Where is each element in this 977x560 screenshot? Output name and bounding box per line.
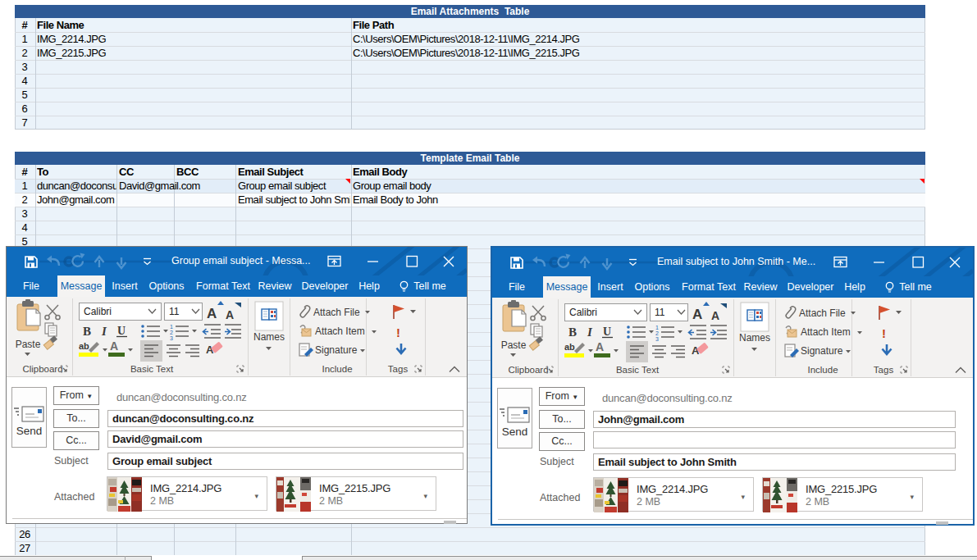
svg-text:3: 3	[655, 336, 659, 342]
svg-text:I: I	[587, 326, 593, 339]
svg-text:!: !	[396, 326, 400, 339]
svg-text:A: A	[711, 309, 719, 322]
svg-text:2: 2	[170, 330, 173, 335]
svg-text:U: U	[603, 326, 611, 338]
svg-text:A: A	[207, 306, 217, 321]
svg-text:A: A	[596, 340, 604, 353]
svg-text:1: 1	[655, 325, 659, 330]
svg-text:B: B	[83, 325, 91, 338]
svg-text:3: 3	[170, 335, 173, 341]
svg-text:1: 1	[170, 324, 173, 330]
svg-text:B: B	[568, 326, 577, 339]
svg-text:I: I	[101, 325, 107, 338]
svg-text:ab: ab	[79, 341, 89, 351]
svg-text:A: A	[692, 307, 702, 322]
svg-text:2: 2	[655, 330, 659, 336]
svg-text:A: A	[226, 308, 234, 321]
svg-text:!: !	[882, 326, 886, 340]
svg-text:ab: ab	[564, 342, 575, 352]
svg-text:A: A	[110, 339, 118, 353]
svg-text:U: U	[117, 325, 126, 337]
